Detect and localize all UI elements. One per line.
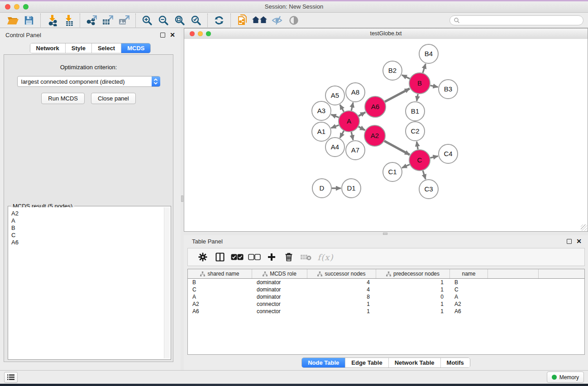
column-header-name[interactable]: name: [450, 269, 488, 278]
edge-A2-C[interactable]: [384, 141, 410, 155]
task-history-button[interactable]: [4, 372, 18, 383]
tab-style[interactable]: Style: [66, 43, 92, 53]
zoom-fit-icon[interactable]: [172, 14, 188, 27]
tab-network-table[interactable]: Network Table: [389, 358, 441, 367]
edge-A-A5[interactable]: [340, 105, 344, 112]
close-panel-icon[interactable]: ✕: [576, 238, 582, 244]
minimize-window-button[interactable]: [14, 4, 19, 10]
node-A1[interactable]: A1: [312, 122, 331, 141]
hide-eye-icon[interactable]: [269, 14, 286, 27]
network-canvas[interactable]: B4B2BB3A5A8A6B1A3AA1C2A2A4A7C4CC1C3DD1: [184, 39, 588, 231]
node-A[interactable]: A: [339, 111, 359, 132]
show-eye-icon[interactable]: [286, 14, 302, 27]
close-panel-icon[interactable]: ✕: [170, 32, 175, 38]
node-A5[interactable]: A5: [325, 86, 344, 105]
column-header-successor-nodes[interactable]: successor nodes: [307, 269, 376, 278]
mcds-result-item[interactable]: B: [11, 224, 170, 232]
edge-A6-B[interactable]: [385, 89, 410, 102]
tab-edge-table[interactable]: Edge Table: [345, 358, 388, 367]
tab-node-table[interactable]: Node Table: [302, 358, 345, 367]
node-B4[interactable]: B4: [419, 44, 438, 63]
function-builder-icon[interactable]: f(x): [315, 249, 336, 265]
run-mcds-button[interactable]: Run MCDS: [41, 93, 85, 104]
node-A4[interactable]: A4: [325, 138, 344, 157]
node-B3[interactable]: B3: [439, 80, 458, 99]
mcds-result-item[interactable]: A: [11, 217, 170, 224]
network-minimize-button[interactable]: [198, 31, 203, 36]
export-table-icon[interactable]: [100, 14, 116, 27]
column-header-blank[interactable]: [488, 269, 539, 278]
zoom-in-icon[interactable]: [139, 14, 155, 27]
refresh-icon[interactable]: [211, 14, 227, 27]
home-icon[interactable]: [250, 14, 269, 27]
save-session-icon[interactable]: [21, 14, 37, 27]
node-C4[interactable]: C4: [439, 144, 458, 163]
tab-motifs[interactable]: Motifs: [441, 358, 470, 367]
close-panel-button[interactable]: Close panel: [91, 93, 136, 104]
zoom-window-button[interactable]: [23, 4, 29, 10]
horizontal-splitter[interactable]: [184, 232, 588, 235]
edge-A-A7[interactable]: [351, 132, 353, 140]
node-A7[interactable]: A7: [346, 141, 365, 160]
edge-C-C2[interactable]: [417, 142, 418, 150]
import-table-icon[interactable]: [60, 14, 76, 27]
network-zoom-button[interactable]: [206, 31, 211, 36]
delete-column-icon[interactable]: [280, 249, 297, 265]
column-header-MCDS-role[interactable]: MCDS role: [252, 269, 307, 278]
node-A3[interactable]: A3: [312, 101, 331, 120]
float-panel-icon[interactable]: [567, 239, 572, 244]
tab-select[interactable]: Select: [92, 43, 121, 53]
edge-A-A4[interactable]: [340, 131, 344, 138]
duplicate-network-icon[interactable]: [234, 14, 250, 27]
mcds-result-item[interactable]: A6: [11, 239, 170, 246]
open-session-icon[interactable]: [5, 14, 21, 27]
node-D[interactable]: D: [312, 179, 331, 198]
node-A2[interactable]: A2: [364, 125, 385, 146]
edge-B-B1[interactable]: [417, 94, 418, 101]
node-C1[interactable]: C1: [383, 162, 402, 181]
edge-B-B4[interactable]: [423, 64, 425, 73]
export-network-icon[interactable]: [83, 14, 100, 27]
column-header-predecessor-nodes[interactable]: predecessor nodes: [376, 269, 450, 278]
memory-button[interactable]: Memory: [547, 372, 584, 383]
edge-B-B2[interactable]: [402, 75, 410, 79]
node-A6[interactable]: A6: [365, 96, 386, 117]
search-field[interactable]: [449, 15, 583, 25]
node-B1[interactable]: B1: [406, 102, 425, 121]
mcds-result-item[interactable]: C: [11, 232, 170, 239]
tab-mcds[interactable]: MCDS: [121, 43, 150, 53]
search-input[interactable]: [460, 17, 583, 24]
mcds-result-scrollbar[interactable]: [164, 207, 170, 358]
add-column-icon[interactable]: [263, 249, 280, 265]
tab-network[interactable]: Network: [30, 43, 66, 53]
mcds-result-list[interactable]: A2ABCA6: [9, 207, 170, 358]
network-graph[interactable]: B4B2BB3A5A8A6B1A3AA1C2A2A4A7C4CC1C3DD1: [184, 39, 588, 231]
mcds-result-item[interactable]: A2: [11, 210, 170, 217]
edge-C-C4[interactable]: [430, 156, 438, 158]
edge-C-C3[interactable]: [423, 171, 425, 179]
splitter-grip[interactable]: [383, 233, 387, 235]
edge-C-C1[interactable]: [402, 165, 410, 168]
settings-gear-icon[interactable]: [194, 249, 211, 265]
edge-A-A6[interactable]: [359, 112, 365, 116]
vertical-splitter[interactable]: [181, 28, 184, 370]
resize-grip-icon[interactable]: [581, 224, 587, 231]
splitter-grip[interactable]: [181, 195, 183, 202]
edge-A-A1[interactable]: [331, 125, 339, 128]
edge-A-A3[interactable]: [331, 114, 339, 117]
optimization-criterion-select[interactable]: largest connected component (directed): [17, 76, 160, 87]
node-D1[interactable]: D1: [342, 179, 361, 198]
edge-B-B3[interactable]: [430, 86, 438, 87]
node-C[interactable]: C: [409, 150, 430, 171]
close-window-button[interactable]: [5, 4, 10, 10]
split-columns-icon[interactable]: [211, 249, 229, 265]
zoom-out-icon[interactable]: [155, 14, 172, 27]
table-row[interactable]: Bdominator41B: [188, 279, 584, 286]
zoom-selected-icon[interactable]: [188, 14, 204, 27]
node-C2[interactable]: C2: [406, 122, 425, 141]
column-header-shared-name[interactable]: shared name: [188, 269, 252, 278]
table-row[interactable]: Cdominator41C: [188, 286, 584, 293]
edge-A-A8[interactable]: [351, 102, 353, 110]
float-panel-icon[interactable]: [160, 33, 165, 38]
deselect-all-icon[interactable]: [246, 249, 263, 265]
